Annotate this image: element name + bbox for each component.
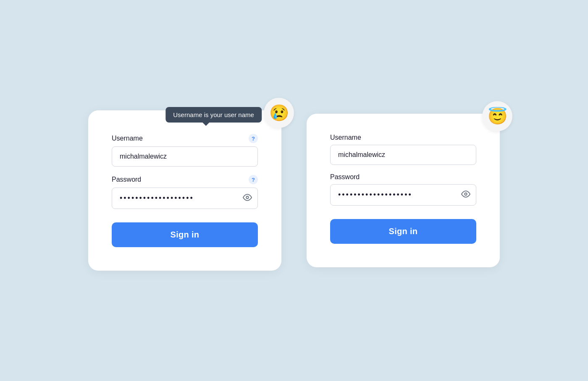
tooltip-box: Username is your user name: [165, 107, 262, 123]
left-username-field-group: Username ?: [112, 134, 258, 167]
left-eye-icon[interactable]: [243, 193, 252, 204]
left-emoji: 😢: [269, 104, 289, 122]
left-password-help-icon[interactable]: ?: [249, 175, 258, 184]
right-username-field-group: Username: [330, 134, 476, 165]
left-emoji-bubble: 😢: [264, 98, 294, 128]
left-password-field-group: Password ?: [112, 175, 258, 209]
right-emoji: 😇: [488, 107, 507, 125]
right-password-field-group: Password: [330, 173, 476, 206]
left-card: Username is your user name Username ?: [88, 110, 281, 271]
right-password-label: Password: [330, 173, 360, 181]
left-username-label-row: Username ?: [112, 134, 258, 143]
right-card: Username Password: [307, 114, 500, 267]
left-password-input[interactable]: [112, 188, 258, 209]
page-container: 😢 Username is your user name Username ?: [88, 110, 500, 271]
left-username-help-icon[interactable]: ?: [249, 134, 258, 143]
tooltip-text: Username is your user name: [173, 111, 254, 118]
left-username-input-wrapper: [112, 146, 258, 167]
svg-point-0: [246, 196, 249, 198]
right-username-input[interactable]: [330, 145, 476, 165]
left-sign-in-button[interactable]: Sign in: [112, 222, 258, 247]
right-eye-icon[interactable]: [461, 189, 470, 201]
left-username-label: Username: [112, 135, 143, 142]
left-password-label-row: Password ?: [112, 175, 258, 184]
right-username-input-wrapper: [330, 145, 476, 165]
right-password-input[interactable]: [330, 184, 476, 206]
left-username-input[interactable]: [112, 146, 258, 167]
right-password-label-row: Password: [330, 173, 476, 181]
left-password-input-wrapper: [112, 188, 258, 209]
right-password-input-wrapper: [330, 184, 476, 206]
left-password-label: Password: [112, 176, 141, 183]
right-sign-in-button[interactable]: Sign in: [330, 219, 476, 244]
right-emoji-bubble: 😇: [482, 101, 512, 131]
right-username-label: Username: [330, 134, 361, 141]
right-card-wrapper: 😇 Username Password: [307, 114, 500, 267]
svg-point-1: [465, 193, 467, 195]
left-card-wrapper: 😢 Username is your user name Username ?: [88, 110, 281, 271]
right-username-label-row: Username: [330, 134, 476, 141]
